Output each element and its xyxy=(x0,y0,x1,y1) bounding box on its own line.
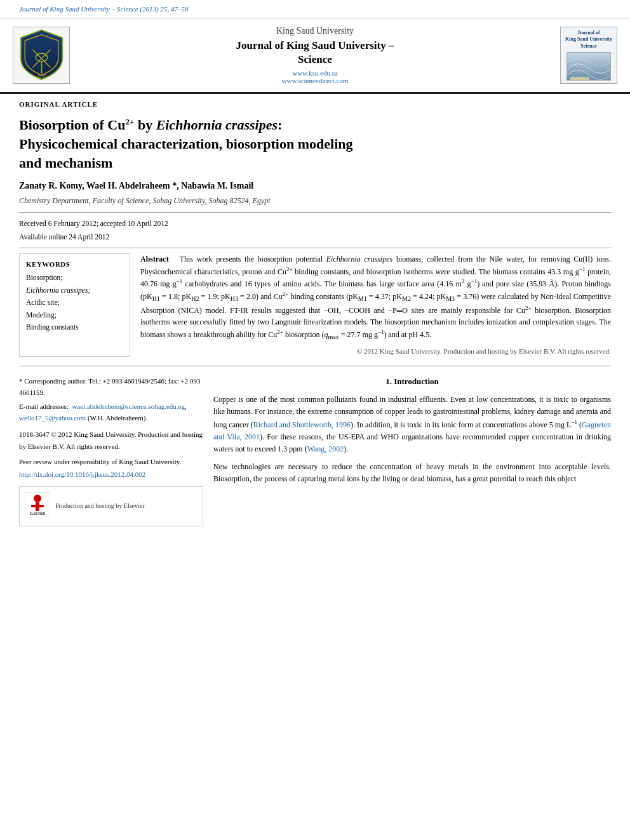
keyword-3: Acidic site; xyxy=(26,297,123,309)
journal-full-name: Journal of King Saud University –Science xyxy=(76,39,554,67)
affiliation: Chemistry Department, Faculty of Science… xyxy=(19,196,611,206)
top-bar: Journal of King Saud University – Scienc… xyxy=(0,0,630,18)
keyword-5: Binding constants xyxy=(26,321,123,334)
keyword-4: Modeling; xyxy=(26,309,123,322)
cite-wang: Wang, 2002 xyxy=(307,444,344,453)
email-label: E-mail addresses: xyxy=(19,403,69,410)
email2-note: (W.H. Abdelraheem). xyxy=(88,414,147,422)
elsevier-logo-area: ELSEVIER xyxy=(25,492,50,521)
corresponding-author: * Corresponding author. Tel.: +2 093 460… xyxy=(19,375,203,398)
received-date: Received 6 February 2012; accepted 10 Ap… xyxy=(19,218,611,229)
elsevier-caption: Production and hosting by Elsevier xyxy=(55,501,145,512)
university-name: King Saud University xyxy=(76,26,554,36)
keyword-1: Biosorption; xyxy=(26,272,123,284)
svg-rect-9 xyxy=(31,505,36,507)
copyright-notice: © 2012 King Saud University. Production … xyxy=(140,346,611,357)
abstract-section: Abstract This work presents the biosorpt… xyxy=(140,253,611,357)
main-content: ORIGINAL ARTICLE Biosorption of Cu2+ by … xyxy=(0,94,630,539)
divider-1 xyxy=(19,212,611,213)
issn-notice: 1018-3647 © 2012 King Saud University. P… xyxy=(19,429,203,451)
header-center: King Saud University Journal of King Sau… xyxy=(76,26,554,84)
available-date: Available online 24 April 2012 xyxy=(19,231,611,243)
cite-richard: Richard and Shuttleworth, 1996 xyxy=(253,420,351,429)
svg-rect-5 xyxy=(570,77,589,80)
svg-text:1957: 1957 xyxy=(37,74,46,78)
divider-3 xyxy=(19,366,611,366)
article-title: Biosorption of Cu2+ by Eichhornia crassi… xyxy=(19,116,611,172)
ksu-logo-left: 1957 xyxy=(13,27,70,84)
abstract-label: Abstract xyxy=(140,255,169,263)
svg-rect-10 xyxy=(39,505,44,507)
article-type-label: ORIGINAL ARTICLE xyxy=(19,100,611,109)
keywords-box: KEYWORDS Biosorption; Eichhornia crassip… xyxy=(19,253,130,357)
abstract-text: This work presents the biosorption poten… xyxy=(140,255,611,339)
footnotes-column: * Corresponding author. Tel.: +2 093 460… xyxy=(19,375,203,526)
keyword-2: Eichhornia crassipes; xyxy=(26,284,123,297)
journal-reference: Journal of King Saud University – Scienc… xyxy=(19,5,188,13)
peer-review: Peer review under responsibility of King… xyxy=(19,456,203,467)
introduction-section: 1. Introduction Copper is one of the mos… xyxy=(213,375,611,526)
doi-link[interactable]: http://dx.doi.org/10.1016/j.jksus.2012.0… xyxy=(19,469,203,480)
svg-text:ELSEVIER: ELSEVIER xyxy=(30,512,46,516)
journal-header: 1957 King Saud University Journal of Kin… xyxy=(0,18,630,94)
elsevier-box: ELSEVIER Production and hosting by Elsev… xyxy=(19,486,203,526)
keywords-title: KEYWORDS xyxy=(26,260,123,268)
email2[interactable]: wello17_5@yahoo.com xyxy=(19,414,86,422)
bottom-section: * Corresponding author. Tel.: +2 093 460… xyxy=(19,375,611,526)
intro-paragraph-2: New technologies are necessary to reduce… xyxy=(213,461,611,485)
website1: www.ksu.edu.sa www.sciencedirect.com xyxy=(76,69,554,84)
journal-cover-thumbnail: Journal ofKing Saud UniversityScience xyxy=(560,27,617,84)
intro-heading: 1. Introduction xyxy=(213,375,611,389)
keywords-list: Biosorption; Eichhornia crassipes; Acidi… xyxy=(26,272,123,334)
svg-point-7 xyxy=(34,495,41,502)
keywords-abstract-section: KEYWORDS Biosorption; Eichhornia crassip… xyxy=(19,253,611,357)
intro-paragraph-1: Copper is one of the most common polluta… xyxy=(213,394,611,456)
divider-2 xyxy=(19,248,611,248)
email-section: E-mail addresses: wael.abdelrehem@scienc… xyxy=(19,401,203,423)
authors: Zanaty R. Komy, Wael H. Abdelraheem *, N… xyxy=(19,181,611,191)
email1[interactable]: wael.abdelrehem@science.sohag.edu.eg xyxy=(72,403,185,410)
